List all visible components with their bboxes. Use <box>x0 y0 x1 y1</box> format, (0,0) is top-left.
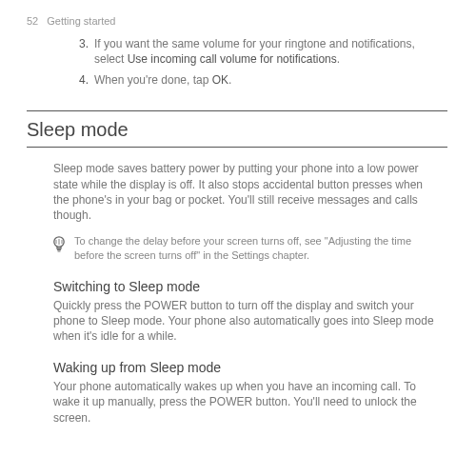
sub-body-text: Quickly press the POWER button to turn o… <box>53 298 440 345</box>
text-segment: . <box>337 52 340 66</box>
section-rule <box>27 147 447 148</box>
subheading: Switching to Sleep mode <box>53 278 447 296</box>
section-rule <box>27 110 447 111</box>
page-number: 52 <box>27 15 38 27</box>
bold-text: OK <box>212 73 228 87</box>
list-text: When you're done, tap OK. <box>94 72 231 88</box>
text-segment: . <box>228 73 231 87</box>
subheading: Waking up from Sleep mode <box>53 359 447 377</box>
chapter-name: Getting started <box>47 15 115 27</box>
section-intro: Sleep mode saves battery power by puttin… <box>53 161 440 223</box>
text-segment: When you're done, tap <box>94 73 212 87</box>
list-item: 3. If you want the same volume for your … <box>79 36 438 67</box>
bold-text: Use incoming call volume for notificatio… <box>128 52 337 66</box>
tip-block: To change the delay before your screen t… <box>51 234 440 263</box>
list-text: If you want the same volume for your rin… <box>94 36 438 67</box>
list-number: 4. <box>79 72 94 88</box>
page-header: 52 Getting started <box>27 14 447 29</box>
list-number: 3. <box>79 36 94 67</box>
lightbulb-icon <box>51 234 67 257</box>
sub-body-text: Your phone automatically wakes up when y… <box>53 379 440 426</box>
tip-text: To change the delay before your screen t… <box>74 234 440 263</box>
instruction-list: 3. If you want the same volume for your … <box>79 36 438 89</box>
section-title: Sleep mode <box>27 117 447 143</box>
list-item: 4. When you're done, tap OK. <box>79 72 438 88</box>
